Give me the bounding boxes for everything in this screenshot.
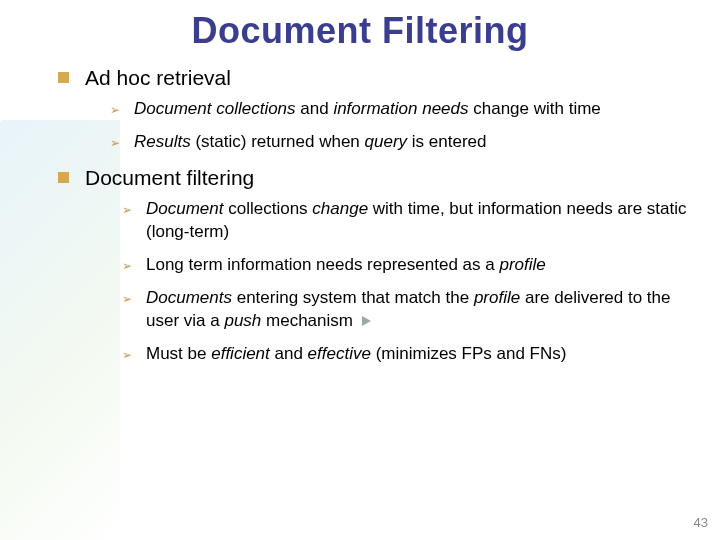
triangle-bullet-icon: ➢ [122, 202, 132, 218]
triangle-bullet-icon: ➢ [122, 258, 132, 274]
list-item: ➢ Document collections and information n… [110, 98, 690, 121]
list-item: ➢ Long term information needs represente… [122, 254, 690, 277]
triangle-bullet-icon: ➢ [110, 102, 120, 118]
page-number: 43 [694, 515, 708, 530]
list-item-text: Results (static) returned when query is … [134, 131, 486, 154]
section-heading-text: Ad hoc retrieval [85, 66, 231, 90]
triangle-bullet-icon: ➢ [122, 347, 132, 363]
square-bullet-icon [58, 72, 69, 83]
list-item: ➢ Must be efficient and effective (minim… [122, 343, 690, 366]
list-item: ➢ Documents entering system that match t… [122, 287, 690, 333]
section-heading: Document filtering [58, 166, 690, 190]
section-heading-text: Document filtering [85, 166, 254, 190]
list-item-text: Document collections change with time, b… [146, 198, 690, 244]
triangle-bullet-icon: ➢ [110, 135, 120, 151]
square-bullet-icon [58, 172, 69, 183]
play-icon [362, 316, 371, 326]
list-item: ➢ Results (static) returned when query i… [110, 131, 690, 154]
list-item-text: Document collections and information nee… [134, 98, 601, 121]
list-item: ➢ Document collections change with time,… [122, 198, 690, 244]
list-item-text: Documents entering system that match the… [146, 287, 690, 333]
slide-title: Document Filtering [30, 10, 690, 52]
list-item-text: Must be efficient and effective (minimiz… [146, 343, 566, 366]
triangle-bullet-icon: ➢ [122, 291, 132, 307]
list-item-text: Long term information needs represented … [146, 254, 546, 277]
section-heading: Ad hoc retrieval [58, 66, 690, 90]
slide-container: Document Filtering Ad hoc retrieval ➢ Do… [0, 0, 720, 366]
